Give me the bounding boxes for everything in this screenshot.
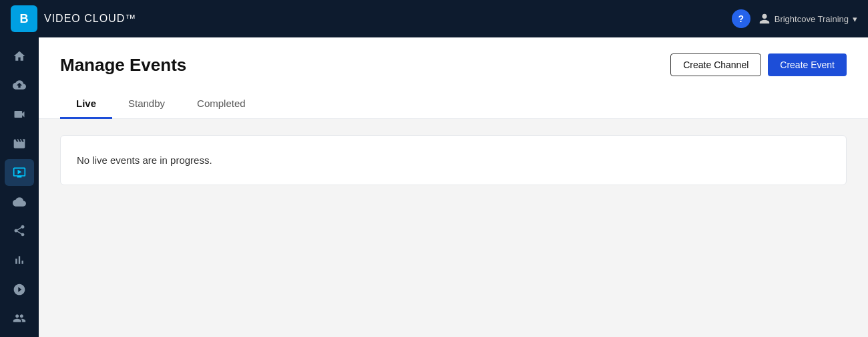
page-header: Manage Events Create Channel Create Even… <box>39 37 868 90</box>
content-area: No live events are in progress. <box>39 119 868 337</box>
video-icon <box>13 108 26 121</box>
header-actions: Create Channel Create Event <box>670 53 847 76</box>
tabs-bar: Live Standby Completed <box>39 90 868 119</box>
create-event-button[interactable]: Create Event <box>768 53 847 76</box>
main-content: Manage Events Create Channel Create Even… <box>39 37 868 337</box>
tab-completed[interactable]: Completed <box>181 90 262 119</box>
sidebar-item-play-circle[interactable] <box>5 276 34 303</box>
app-name: VIDEO CLOUD™ <box>44 13 136 25</box>
topbar-right: ? Brightcove Training ▾ <box>732 9 857 28</box>
sidebar-item-analytics[interactable] <box>5 247 34 273</box>
empty-panel: No live events are in progress. <box>60 135 847 185</box>
help-button[interactable]: ? <box>732 9 750 28</box>
cloud-icon <box>13 195 26 209</box>
logo-icon: B <box>11 5 37 32</box>
user-caret-icon: ▾ <box>853 14 857 24</box>
sidebar-item-cloud[interactable] <box>5 189 34 215</box>
home-icon <box>13 49 26 63</box>
tab-live[interactable]: Live <box>60 90 112 119</box>
user-menu[interactable]: Brightcove Training ▾ <box>758 13 857 25</box>
sidebar <box>0 37 39 337</box>
topbar: B VIDEO CLOUD™ ? Brightcove Training ▾ <box>0 0 868 37</box>
sidebar-item-share[interactable] <box>5 218 34 245</box>
create-channel-button[interactable]: Create Channel <box>670 53 761 76</box>
users-icon <box>13 312 26 325</box>
sidebar-item-home[interactable] <box>5 43 34 70</box>
film-icon <box>13 137 26 150</box>
topbar-left: B VIDEO CLOUD™ <box>11 5 136 32</box>
user-name: Brightcove Training <box>775 14 849 24</box>
live-tv-icon <box>13 166 26 179</box>
empty-message: No live events are in progress. <box>77 154 212 166</box>
upload-icon <box>13 78 26 92</box>
person-icon <box>758 13 771 25</box>
play-circle-icon <box>13 283 26 296</box>
share-icon <box>13 224 26 237</box>
sidebar-item-film[interactable] <box>5 130 34 157</box>
sidebar-item-video[interactable] <box>5 101 34 128</box>
bar-chart-icon <box>13 253 26 267</box>
tab-standby[interactable]: Standby <box>112 90 181 119</box>
sidebar-item-upload[interactable] <box>5 72 34 99</box>
page-title: Manage Events <box>60 55 186 76</box>
sidebar-item-users[interactable] <box>5 305 34 332</box>
sidebar-item-live[interactable] <box>5 159 34 186</box>
